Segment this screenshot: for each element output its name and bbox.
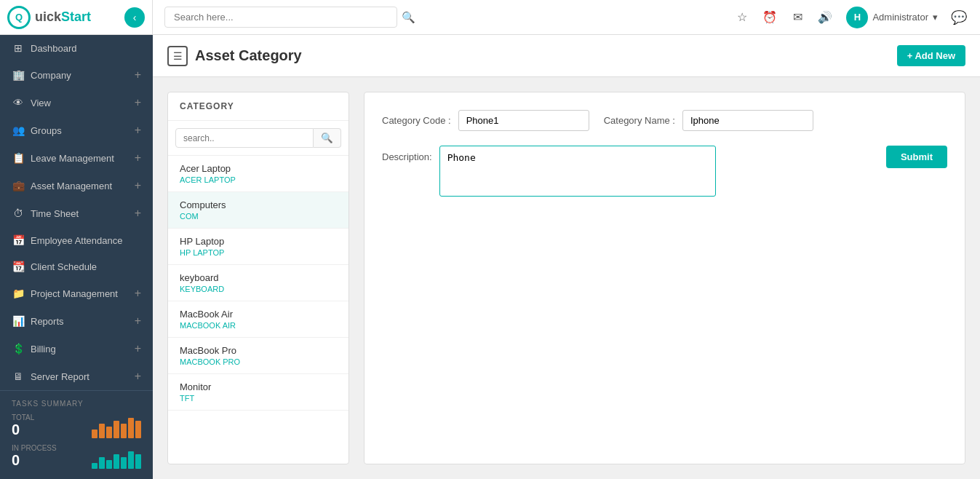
sidebar-label-leave-management: Leave Management [31, 153, 114, 164]
sidebar-item-reports[interactable]: 📊 Reports + [0, 307, 153, 335]
tasks-total-row: TOTAL 0 [12, 413, 141, 438]
main-layout: ⊞ Dashboard 🏢 Company + 👁 View + 👥 Group… [0, 35, 980, 479]
sidebar-item-billing[interactable]: 💲 Billing + [0, 335, 153, 363]
page-title-area: ☰ Asset Category [167, 46, 302, 66]
topbar: Q uickStart ‹ 🔍 ☆ ⏰ ✉ 🔊 H Administrator … [0, 0, 980, 35]
sidebar-plus-reports[interactable]: + [135, 314, 141, 328]
page-title: Asset Category [195, 47, 302, 64]
tasks-inprocess-chart [92, 451, 141, 469]
list-item[interactable]: MacBook Air MACBOOK AIR [168, 301, 348, 338]
cat-name: keyboard [180, 272, 337, 283]
sidebar-plus-view[interactable]: + [135, 96, 141, 109]
clock-icon-button[interactable]: ⏰ [757, 5, 782, 30]
top-icons: ☆ ⏰ ✉ 🔊 H Administrator ▾ 💬 [730, 4, 980, 31]
category-panel: CATEGORY 🔍 Acer Laptop ACER LAPTOP Compu… [167, 92, 349, 464]
sidebar-label-asset-management: Asset Management [31, 181, 112, 191]
sidebar-icon-leave-management: 📋 [12, 152, 25, 164]
submit-button[interactable]: Submit [886, 146, 947, 168]
list-item[interactable]: Monitor TFT [168, 374, 348, 411]
user-menu-button[interactable]: H Administrator ▾ [840, 4, 944, 31]
sidebar-icon-client-schedule: 📆 [12, 261, 25, 272]
category-name-field: Category Name : [604, 110, 813, 131]
cat-name: Acer Laptop [180, 163, 337, 174]
sidebar-label-reports: Reports [31, 316, 64, 327]
description-label: Description: [382, 146, 432, 162]
sidebar-icon-time-sheet: ⏱ [12, 207, 25, 219]
cat-code: KEYBOARD [180, 285, 337, 293]
list-item[interactable]: Acer Laptop ACER LAPTOP [168, 156, 348, 192]
chat-icon-button[interactable]: 💬 [947, 5, 971, 30]
sidebar-icon-project-management: 📁 [12, 288, 25, 299]
sidebar-item-leave-management[interactable]: 📋 Leave Management + [0, 144, 153, 172]
bar [113, 454, 119, 469]
sidebar-item-client-schedule[interactable]: 📆 Client Schedule [0, 253, 153, 280]
sidebar-label-project-management: Project Management [31, 288, 118, 299]
volume-icon-button[interactable]: 🔊 [813, 5, 837, 30]
description-textarea[interactable]: Phone [439, 146, 716, 197]
cat-name: MacBook Pro [180, 345, 337, 356]
sidebar-label-server-report: Server Report [31, 371, 89, 382]
sidebar-label-time-sheet: Time Sheet [31, 208, 79, 219]
user-avatar: H [846, 7, 868, 28]
cat-name: MacBook Air [180, 309, 337, 320]
sidebar-plus-leave-management[interactable]: + [135, 151, 141, 165]
tasks-inprocess-label: IN PROCESS [12, 444, 57, 452]
cat-code: ACER LAPTOP [180, 175, 337, 184]
list-item[interactable]: Computers COM [168, 192, 348, 229]
sidebar-icon-billing: 💲 [12, 343, 25, 355]
sidebar-icon-employee-attendance: 📅 [12, 234, 25, 246]
cat-code: TFT [180, 394, 337, 403]
sidebar-item-company[interactable]: 🏢 Company + [0, 61, 153, 89]
bar [113, 421, 119, 438]
sidebar-label-company: Company [31, 70, 71, 81]
mail-icon-button[interactable]: ✉ [785, 5, 810, 30]
list-item[interactable]: HP Laptop HP LAPTOP [168, 229, 348, 265]
category-name-input[interactable] [682, 110, 813, 131]
sidebar-item-dashboard[interactable]: ⊞ Dashboard [0, 35, 153, 61]
collapse-button[interactable]: ‹ [124, 7, 145, 28]
add-new-button[interactable]: + Add New [897, 45, 965, 66]
sidebar-plus-asset-management[interactable]: + [135, 179, 141, 192]
category-search-input[interactable] [175, 128, 314, 148]
logo-text: uickStart [35, 9, 91, 25]
sidebar-item-time-sheet[interactable]: ⏱ Time Sheet + [0, 199, 153, 227]
sidebar-item-server-report[interactable]: 🖥 Server Report + [0, 363, 153, 390]
tasks-inprocess-row: IN PROCESS 0 [12, 444, 141, 469]
list-item[interactable]: MacBook Pro MACBOOK PRO [168, 338, 348, 374]
search-button[interactable]: 🔍 [402, 11, 415, 24]
list-item[interactable]: keyboard KEYBOARD [168, 265, 348, 301]
sidebar-label-view: View [31, 98, 51, 108]
cat-name: Monitor [180, 381, 337, 392]
cat-name: HP Laptop [180, 236, 337, 247]
category-name-label: Category Name : [604, 115, 675, 126]
sidebar-item-groups[interactable]: 👥 Groups + [0, 116, 153, 144]
sidebar-label-groups: Groups [31, 125, 62, 136]
sidebar-item-project-management[interactable]: 📁 Project Management + [0, 280, 153, 307]
sidebar-item-employee-attendance[interactable]: 📅 Employee Attendance [0, 227, 153, 253]
tasks-total-value: 0 [12, 421, 34, 438]
category-code-input[interactable] [458, 110, 589, 131]
tasks-summary-title: TASKS SUMMARY [12, 400, 141, 408]
sidebar-label-client-schedule: Client Schedule [31, 261, 97, 272]
sidebar-plus-billing[interactable]: + [135, 342, 141, 355]
bar [99, 424, 105, 438]
category-search-button[interactable]: 🔍 [314, 128, 341, 148]
tasks-summary: TASKS SUMMARY TOTAL 0 IN PROCESS 0 [0, 390, 153, 479]
sidebar-plus-company[interactable]: + [135, 68, 141, 82]
category-panel-title: CATEGORY [168, 92, 348, 121]
page-icon: ☰ [167, 46, 188, 66]
tasks-total-chart [92, 418, 141, 438]
search-input[interactable] [164, 7, 397, 28]
user-name: Administrator [872, 12, 928, 23]
category-code-field: Category Code : [382, 110, 589, 131]
sidebar-label-dashboard: Dashboard [31, 43, 77, 54]
sidebar-plus-time-sheet[interactable]: + [135, 207, 141, 220]
sidebar-item-view[interactable]: 👁 View + [0, 89, 153, 116]
star-icon-button[interactable]: ☆ [730, 5, 754, 30]
bar [92, 429, 97, 438]
sidebar-item-asset-management[interactable]: 💼 Asset Management + [0, 172, 153, 199]
sidebar-plus-server-report[interactable]: + [135, 370, 141, 383]
sidebar-plus-groups[interactable]: + [135, 124, 141, 137]
sidebar-plus-project-management[interactable]: + [135, 287, 141, 300]
detail-panel: Category Code : Category Name : Descript… [364, 92, 965, 464]
